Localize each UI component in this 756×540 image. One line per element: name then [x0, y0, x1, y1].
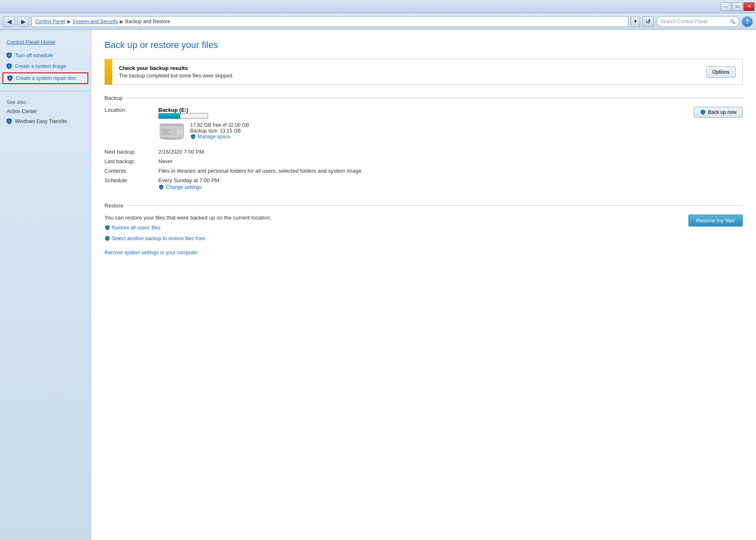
shield-icon-2: ✦	[6, 63, 12, 70]
disk-free: 17.82 GB free of 32.00 GB	[190, 122, 249, 128]
backup-info-rows: Next backup: 2/16/2020 7:00 PM Last back…	[104, 149, 743, 190]
address-path[interactable]: Control Panel ▶ System and Security ▶ Ba…	[32, 16, 628, 27]
sidebar-divider	[0, 91, 91, 91]
options-button[interactable]: Options	[706, 66, 736, 78]
warning-stripe	[105, 59, 112, 84]
location-value-block: Backup (E:)	[158, 107, 249, 140]
svg-text:✦: ✦	[107, 226, 109, 229]
path-arrow-2: ▶	[120, 19, 124, 24]
main-container: Control Panel Home ✦ Turn off schedule ✦…	[0, 30, 756, 540]
restore-all-users-link[interactable]: ✦ Restore all users' files	[104, 225, 271, 231]
address-bar: ◀ ▶ Control Panel ▶ System and Security …	[0, 13, 756, 30]
manage-space-label: Manage space	[198, 134, 230, 140]
disk-progress-fill	[159, 113, 180, 118]
title-bar-buttons: ─ ▭ ✕	[720, 2, 754, 11]
backup-size-label: Backup size:	[190, 128, 218, 134]
contents-value: Files in libraries and personal folders …	[158, 168, 361, 174]
svg-text:✦: ✦	[160, 186, 162, 188]
svg-point-9	[178, 131, 180, 133]
page-title: Back up or restore your files	[104, 40, 743, 51]
search-box[interactable]: Search Control Panel 🔍	[657, 16, 739, 27]
restore-all-users-label: Restore all users' files	[112, 225, 160, 231]
backup-now-button[interactable]: ✦ Back up now	[694, 107, 743, 118]
sidebar-item-label-easy-transfer: Windows Easy Transfer	[15, 118, 67, 124]
shield-icon-1: ✦	[6, 52, 12, 59]
manage-shield-icon: ✦	[190, 134, 196, 140]
restore-row: You can restore your files that were bac…	[104, 215, 743, 244]
disk-progress-bar	[158, 113, 208, 119]
help-button[interactable]: ?	[742, 16, 753, 27]
forward-button[interactable]: ▶	[17, 16, 29, 27]
last-backup-value: Never	[158, 158, 173, 164]
backup-size: Backup size: 13.15 GB	[190, 128, 249, 134]
close-button[interactable]: ✕	[744, 2, 754, 11]
select-another-backup-label: Select another backup to restore files f…	[112, 236, 205, 241]
select-another-backup-link[interactable]: ✦ Select another backup to restore files…	[104, 236, 271, 241]
svg-text:✦: ✦	[192, 135, 194, 138]
next-backup-value: 2/16/2020 7:00 PM	[158, 149, 204, 155]
restore-my-files-button[interactable]: Restore my files	[688, 215, 743, 227]
contents-row: Contents: Files in libraries and persona…	[104, 168, 743, 174]
svg-rect-12	[162, 133, 170, 134]
warning-content: Check your backup results The backup com…	[112, 59, 700, 84]
svg-rect-6	[160, 124, 184, 126]
disk-stats: 17.82 GB free of 32.00 GB Backup size: 1…	[190, 121, 249, 140]
content-area: Back up or restore your files Check your…	[91, 30, 756, 540]
sidebar-item-create-repair-disc[interactable]: ✦ Create a system repair disc	[2, 72, 88, 84]
path-system-security[interactable]: System and Security	[73, 19, 118, 24]
see-also-label: See also	[0, 98, 91, 107]
svg-rect-10	[162, 130, 171, 130]
address-dropdown[interactable]: ▼	[631, 16, 640, 27]
restore-left-col: You can restore your files that were bac…	[104, 215, 271, 244]
refresh-button[interactable]: ↺	[642, 16, 654, 27]
restore-all-shield-icon: ✦	[104, 225, 110, 231]
svg-text:✦: ✦	[702, 111, 704, 113]
backup-now-shield-icon: ✦	[700, 109, 706, 115]
back-button[interactable]: ◀	[3, 16, 15, 27]
svg-text:✦: ✦	[107, 237, 109, 240]
schedule-value: Every Sunday at 7:00 PM	[158, 177, 219, 183]
location-row: Location: Backup (E:)	[104, 107, 249, 140]
sidebar-item-turn-off-schedule[interactable]: ✦ Turn off schedule	[0, 50, 91, 61]
disk-icon	[158, 121, 185, 140]
next-backup-label: Next backup:	[104, 149, 158, 155]
maximize-button[interactable]: ▭	[732, 2, 743, 11]
minimize-button[interactable]: ─	[720, 2, 731, 11]
restore-description: You can restore your files that were bac…	[104, 215, 271, 221]
shield-icon-4: ✦	[6, 118, 12, 125]
svg-text:✦: ✦	[9, 77, 11, 80]
sidebar-item-label-create-image: Create a system image	[15, 63, 66, 69]
search-icon: 🔍	[729, 19, 736, 24]
restore-section: Restore You can restore your files that …	[104, 202, 743, 256]
select-backup-shield-icon: ✦	[104, 236, 110, 241]
schedule-label: Schedule:	[104, 177, 158, 183]
svg-text:✦: ✦	[8, 54, 10, 57]
sidebar-item-label-turn-off: Turn off schedule	[15, 53, 53, 58]
sidebar-item-action-center[interactable]: Action Center	[0, 107, 91, 116]
restore-section-header: Restore	[104, 202, 743, 209]
backup-section: Backup Location: Backup (E:)	[104, 95, 743, 190]
sidebar: Control Panel Home ✦ Turn off schedule ✦…	[0, 30, 91, 540]
sidebar-item-windows-easy-transfer[interactable]: ✦ Windows Easy Transfer	[0, 116, 91, 127]
manage-space-link[interactable]: ✦ Manage space	[190, 134, 249, 140]
svg-text:✦: ✦	[8, 65, 10, 68]
path-backup-restore: Backup and Restore	[125, 19, 170, 24]
warning-banner: Check your backup results The backup com…	[104, 59, 743, 85]
backup-section-header: Backup	[104, 95, 743, 101]
path-arrow-1: ▶	[67, 19, 71, 24]
warning-title: Check your backup results	[119, 65, 693, 71]
warning-text: The backup completed but some files were…	[119, 73, 693, 79]
backup-size-value: 13.15 GB	[220, 128, 241, 134]
recover-system-link[interactable]: Recover system settings or your computer	[104, 250, 198, 256]
sidebar-item-create-image[interactable]: ✦ Create a system image	[0, 61, 91, 72]
path-control-panel[interactable]: Control Panel	[35, 19, 65, 24]
shield-icon-3: ✦	[7, 75, 13, 82]
svg-text:✦: ✦	[8, 120, 10, 123]
schedule-value-block: Every Sunday at 7:00 PM ✦ Change setting…	[158, 177, 219, 190]
change-settings-link[interactable]: ✦ Change settings	[158, 184, 219, 190]
change-shield-icon: ✦	[158, 184, 164, 190]
location-label: Location:	[104, 107, 158, 113]
last-backup-label: Last backup:	[104, 158, 158, 164]
sidebar-home[interactable]: Control Panel Home	[0, 36, 91, 50]
search-placeholder: Search Control Panel	[660, 19, 708, 24]
